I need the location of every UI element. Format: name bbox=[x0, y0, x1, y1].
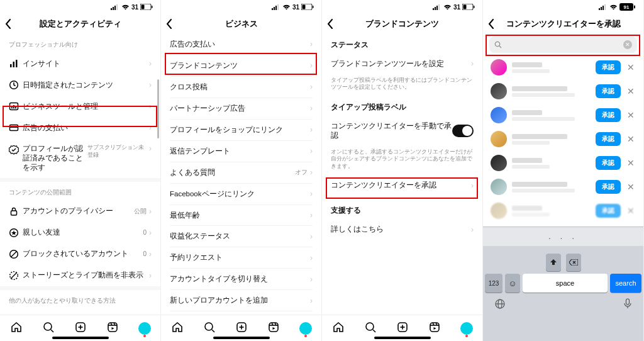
row-privacy[interactable]: アカウントのプライバシー 公開 › bbox=[0, 201, 160, 222]
block-icon bbox=[9, 249, 23, 259]
globe-key[interactable] bbox=[494, 298, 506, 312]
search-input[interactable]: ✕ bbox=[489, 36, 637, 53]
tab-home[interactable] bbox=[10, 321, 23, 336]
page-title: ビジネス bbox=[161, 19, 321, 30]
keyboard[interactable]: . . . 123 ☺ space search bbox=[483, 226, 643, 341]
row-approve-creators[interactable]: コンテンツクリエイターを承認› bbox=[322, 175, 482, 196]
row-close-friends[interactable]: 親しい友達 0 › bbox=[0, 222, 160, 243]
row-messages[interactable]: メッセージとストーリーズへの返信 › bbox=[0, 309, 160, 315]
row-faq[interactable]: よくある質問オフ › bbox=[161, 162, 321, 183]
chevron-right-icon: › bbox=[471, 59, 474, 68]
tab-home[interactable] bbox=[171, 321, 184, 336]
row-min-age[interactable]: 最低年齢› bbox=[161, 205, 321, 226]
tab-create[interactable] bbox=[74, 321, 87, 336]
search-key[interactable]: search bbox=[610, 274, 641, 293]
back-button[interactable] bbox=[327, 19, 340, 29]
approve-button[interactable]: 承認 bbox=[596, 180, 621, 194]
brand-content-list[interactable]: ステータス ブランドコンテンツツールを設定› タイアップ投稿ラベルを利用するには… bbox=[322, 34, 482, 315]
approve-button[interactable]: 承認 bbox=[596, 84, 621, 98]
mic-key[interactable] bbox=[623, 298, 632, 312]
numeric-key[interactable]: 123 bbox=[485, 274, 502, 293]
link-edit-profile[interactable]: プロフィールを編集 bbox=[161, 311, 321, 315]
emoji-key[interactable]: ☺ bbox=[505, 274, 520, 293]
space-key[interactable]: space bbox=[523, 274, 608, 293]
row-brand-content[interactable]: ブランドコンテンツ› bbox=[161, 55, 321, 76]
tab-reels[interactable] bbox=[106, 321, 119, 336]
clear-icon[interactable]: ✕ bbox=[623, 40, 632, 49]
back-button[interactable] bbox=[5, 19, 18, 29]
svg-rect-51 bbox=[435, 7, 436, 10]
business-list[interactable]: 広告の支払い› ブランドコンテンツ› クロス投稿› パートナーシップ広告› プロ… bbox=[161, 34, 321, 315]
creator-row[interactable]: 承認✕ bbox=[483, 55, 643, 79]
shift-key[interactable] bbox=[546, 254, 561, 271]
creator-row[interactable]: 承認✕ bbox=[483, 175, 643, 199]
approve-button[interactable]: 承認 bbox=[596, 60, 621, 74]
tab-profile[interactable] bbox=[138, 322, 151, 335]
back-button[interactable] bbox=[488, 19, 501, 29]
row-link-shop[interactable]: プロフィールをショップにリンク› bbox=[161, 120, 321, 140]
row-reply-templates[interactable]: 返信テンプレート› bbox=[161, 141, 321, 162]
backspace-key[interactable] bbox=[566, 254, 581, 271]
tab-reels[interactable] bbox=[428, 321, 441, 336]
approve-button[interactable]: 承認 bbox=[596, 132, 621, 146]
row-monetization[interactable]: 収益化ステータス› bbox=[161, 226, 321, 247]
row-partnership-ads[interactable]: パートナーシップ広告› bbox=[161, 98, 321, 119]
svg-rect-66 bbox=[599, 8, 600, 10]
creator-row[interactable]: 承認✕ bbox=[483, 79, 643, 103]
svg-rect-53 bbox=[438, 4, 440, 10]
row-add-pro-account[interactable]: 新しいプロアカウントを追加› bbox=[161, 290, 321, 311]
row-link-facebook[interactable]: Facebookページにリンク› bbox=[161, 184, 321, 204]
creator-row[interactable]: 承認✕ bbox=[483, 103, 643, 127]
dismiss-button[interactable]: ✕ bbox=[626, 62, 636, 72]
row-sublabel: サブスクリプション未登録 bbox=[87, 144, 150, 159]
row-switch-account-type[interactable]: アカウントタイプを切り替え› bbox=[161, 269, 321, 289]
svg-rect-68 bbox=[602, 6, 604, 10]
tab-create[interactable] bbox=[235, 321, 248, 336]
back-button[interactable] bbox=[166, 19, 179, 29]
tab-create[interactable] bbox=[396, 321, 409, 336]
row-cross-post[interactable]: クロス投稿› bbox=[161, 77, 321, 98]
row-scheduled[interactable]: 日時指定されたコンテンツ › bbox=[0, 74, 160, 96]
toggle-manual-approve[interactable] bbox=[452, 125, 474, 137]
row-booking[interactable]: 予約リクエスト› bbox=[161, 247, 321, 268]
dismiss-button[interactable]: ✕ bbox=[626, 86, 636, 96]
approve-button[interactable]: 承認 bbox=[596, 156, 621, 170]
row-manual-approve[interactable]: コンテンツクリエイターを手動で承認 bbox=[322, 116, 482, 146]
row-blocked[interactable]: ブロックされているアカウント 0 › bbox=[0, 243, 160, 265]
dismiss-button[interactable]: ✕ bbox=[626, 110, 636, 120]
row-hide-story[interactable]: ストーリーズとライブ動画を非表示 › bbox=[0, 265, 160, 286]
settings-list[interactable]: プロフェッショナル向け インサイト › 日時指定されたコンテンツ › ビジネスツ… bbox=[0, 34, 160, 315]
creator-list[interactable]: 承認✕ 承認✕ 承認✕ 承認✕ 承認✕ 承認✕ 承認✕ bbox=[483, 55, 643, 226]
wifi-icon bbox=[121, 4, 130, 10]
row-verified[interactable]: プロフィールが認証済みであることを示す サブスクリプション未登録 › bbox=[0, 138, 160, 178]
section-heading-interact: 他の人があなたとやり取りできる方法 bbox=[0, 290, 160, 309]
signal-icon bbox=[272, 4, 280, 10]
suggestion-bar[interactable]: . . . bbox=[483, 227, 643, 246]
dismiss-button[interactable]: ✕ bbox=[626, 182, 636, 192]
svg-rect-0 bbox=[111, 8, 112, 10]
svg-rect-69 bbox=[604, 4, 606, 10]
row-set-tool[interactable]: ブランドコンテンツツールを設定› bbox=[322, 53, 482, 74]
tab-profile[interactable] bbox=[299, 322, 312, 335]
approve-button[interactable]: 承認 bbox=[596, 204, 621, 218]
tab-search[interactable] bbox=[42, 321, 55, 336]
dismiss-button[interactable]: ✕ bbox=[626, 134, 636, 144]
row-label: コンテンツクリエイターを手動で承認 bbox=[331, 121, 452, 140]
section-heading-support: 支援する bbox=[322, 199, 482, 219]
dismiss-button[interactable]: ✕ bbox=[626, 206, 636, 216]
tab-search[interactable] bbox=[364, 321, 377, 336]
tab-search[interactable] bbox=[203, 321, 216, 336]
tab-profile[interactable] bbox=[460, 322, 473, 335]
row-business-tools[interactable]: ビジネスツールと管理 › bbox=[0, 96, 160, 117]
dismiss-button[interactable]: ✕ bbox=[626, 158, 636, 168]
creator-row[interactable]: 承認✕ bbox=[483, 151, 643, 175]
approve-button[interactable]: 承認 bbox=[596, 108, 621, 122]
row-learn-more[interactable]: 詳しくはこちら› bbox=[322, 219, 482, 240]
row-insight[interactable]: インサイト › bbox=[0, 53, 160, 74]
row-ad-payment[interactable]: 広告の支払い › bbox=[0, 117, 160, 138]
creator-row[interactable]: 承認✕ bbox=[483, 199, 643, 223]
tab-reels[interactable] bbox=[267, 321, 280, 336]
tab-home[interactable] bbox=[332, 321, 345, 336]
row-ad-payment[interactable]: 広告の支払い› bbox=[161, 34, 321, 55]
creator-row[interactable]: 承認✕ bbox=[483, 127, 643, 151]
